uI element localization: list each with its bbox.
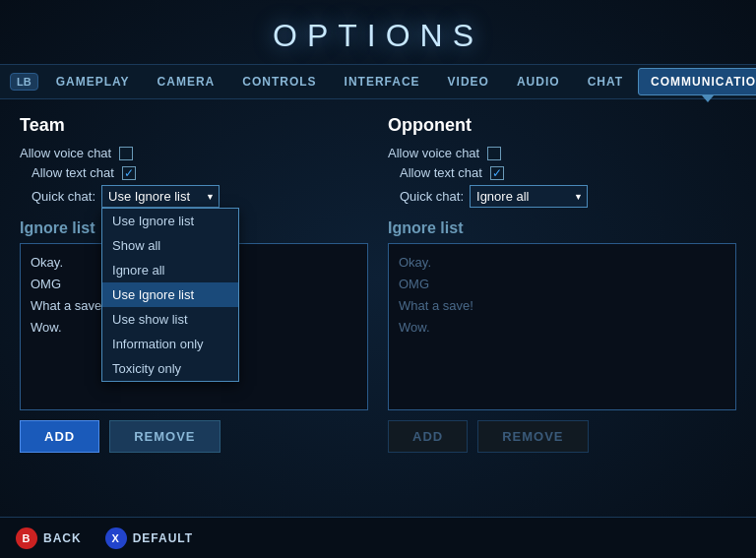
team-panel: Team Allow voice chat Allow text chat Qu…	[20, 115, 368, 453]
footer-back[interactable]: B BACK	[16, 527, 82, 549]
team-quick-chat-dropdown-wrapper[interactable]: Use Ignore list Use Ignore list Show all…	[101, 185, 220, 208]
team-dropdown-item-ignore-all[interactable]: Ignore all	[102, 258, 238, 282]
tab-chat[interactable]: CHAT	[575, 68, 636, 95]
team-dropdown-item-use-show-list[interactable]: Use show list	[102, 307, 238, 332]
team-button-row: ADD REMOVE	[20, 420, 368, 453]
opponent-remove-button: REMOVE	[477, 420, 588, 453]
team-dropdown-item-use-ignore-header[interactable]: Use Ignore list	[102, 209, 238, 233]
opponent-quick-chat-dropdown[interactable]: Ignore all	[470, 185, 588, 208]
opponent-button-row: ADD REMOVE	[388, 420, 736, 453]
team-quick-chat-dropdown[interactable]: Use Ignore list	[101, 185, 220, 208]
nav-bar: LB GAMEPLAY CAMERA CONTROLS INTERFACE VI…	[0, 64, 756, 99]
team-panel-title: Team	[20, 115, 368, 136]
team-dropdown-item-information-only[interactable]: Information only	[102, 332, 238, 356]
team-voice-chat-label: Allow voice chat	[20, 146, 111, 160]
opponent-voice-chat-row: Allow voice chat	[388, 146, 736, 160]
footer: B BACK X DEFAULT	[0, 517, 756, 558]
opponent-voice-chat-label: Allow voice chat	[388, 146, 479, 160]
team-text-chat-row: Allow text chat	[20, 165, 368, 180]
tab-camera[interactable]: CAMERA	[145, 68, 228, 95]
team-text-chat-label: Allow text chat	[32, 165, 114, 180]
back-label: BACK	[43, 531, 82, 545]
opponent-quick-chat-label: Quick chat:	[400, 189, 464, 204]
team-quick-chat-dropdown-open[interactable]: Use Ignore list Show all Ignore all Use …	[101, 208, 239, 382]
team-voice-chat-checkbox[interactable]	[119, 147, 133, 160]
opponent-ignore-item-0: Okay.	[399, 252, 725, 274]
opponent-voice-chat-checkbox[interactable]	[487, 147, 501, 160]
page-title: OPTIONS	[0, 0, 756, 64]
left-bumper[interactable]: LB	[10, 73, 38, 91]
opponent-text-chat-label: Allow text chat	[400, 165, 482, 180]
x-button-icon[interactable]: X	[105, 527, 127, 549]
opponent-add-button: ADD	[388, 420, 468, 453]
team-dropdown-item-toxicity-only[interactable]: Toxicity only	[102, 356, 238, 381]
main-content: Team Allow voice chat Allow text chat Qu…	[0, 99, 756, 468]
opponent-text-chat-row: Allow text chat	[388, 165, 736, 180]
tab-video[interactable]: VIDEO	[435, 68, 502, 95]
team-add-button[interactable]: ADD	[20, 420, 99, 453]
opponent-ignore-item-1: OMG	[399, 274, 725, 295]
team-remove-button[interactable]: REMOVE	[109, 420, 220, 453]
opponent-ignore-list-box: Okay. OMG What a save! Wow.	[388, 243, 736, 410]
opponent-panel-title: Opponent	[388, 115, 736, 136]
tab-gameplay[interactable]: GAMEPLAY	[43, 68, 143, 95]
opponent-ignore-item-2: What a save!	[399, 295, 725, 317]
tab-interface[interactable]: INTERFACE	[332, 68, 433, 95]
team-voice-chat-row: Allow voice chat	[20, 146, 368, 160]
opponent-quick-chat-row: Quick chat: Ignore all	[388, 185, 736, 208]
default-label: DEFAULT	[133, 531, 193, 545]
tab-audio[interactable]: AUDIO	[504, 68, 573, 95]
opponent-quick-chat-dropdown-wrapper[interactable]: Ignore all	[470, 185, 588, 208]
opponent-ignore-list-label: Ignore list	[388, 219, 736, 237]
team-text-chat-checkbox[interactable]	[122, 166, 136, 180]
tab-communication[interactable]: COMMUNICATION	[638, 68, 756, 95]
opponent-text-chat-checkbox[interactable]	[490, 166, 504, 180]
b-button-icon[interactable]: B	[16, 527, 37, 549]
team-quick-chat-label: Quick chat:	[32, 189, 95, 204]
tab-controls[interactable]: CONTROLS	[229, 68, 329, 95]
team-dropdown-item-show-all[interactable]: Show all	[102, 233, 238, 258]
opponent-ignore-item-3: Wow.	[399, 317, 725, 339]
team-dropdown-item-use-ignore-list[interactable]: Use Ignore list	[102, 282, 238, 307]
opponent-panel: Opponent Allow voice chat Allow text cha…	[388, 115, 736, 453]
team-quick-chat-row: Quick chat: Use Ignore list Use Ignore l…	[20, 185, 368, 208]
footer-default[interactable]: X DEFAULT	[105, 527, 193, 549]
